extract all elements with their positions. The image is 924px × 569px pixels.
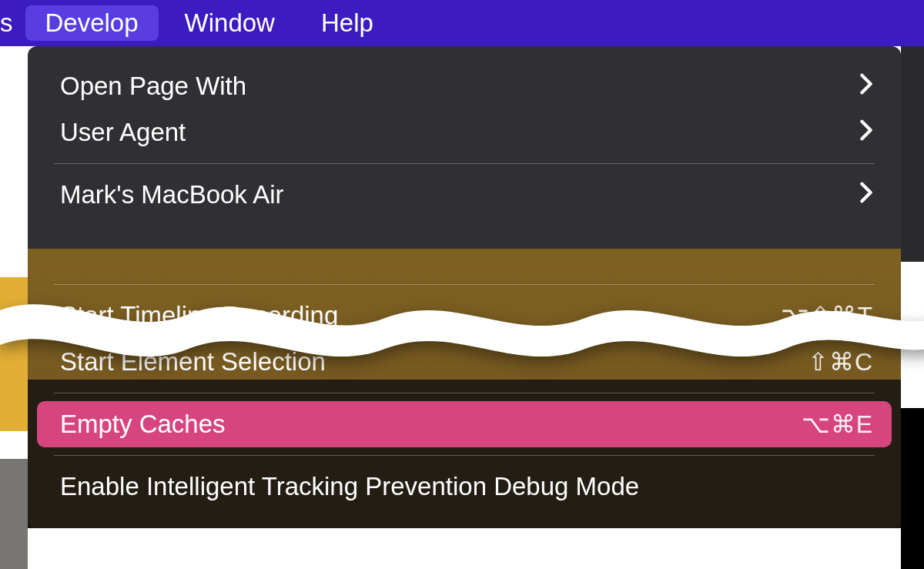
dropdown-bottom-panel: Start Timeline Recording ⌥⇧⌘T Start Elem… xyxy=(28,249,901,528)
menubar: s Develop Window Help xyxy=(0,0,924,46)
chevron-right-icon xyxy=(859,72,873,101)
menu-divider xyxy=(54,284,875,285)
menu-start-element-selection[interactable]: Start Element Selection ⇧⌘C xyxy=(28,339,901,385)
dropdown-top-panel: Open Page With User Agent Mark's MacBook… xyxy=(28,46,901,249)
menu-user-agent[interactable]: User Agent xyxy=(28,109,901,156)
chevron-right-icon xyxy=(859,118,873,147)
develop-dropdown: Open Page With User Agent Mark's MacBook… xyxy=(28,46,901,528)
menubar-partial-prev: s xyxy=(0,8,22,38)
menu-develop[interactable]: Develop xyxy=(25,5,159,41)
background-left-yellow xyxy=(0,277,28,431)
menu-item-shortcut: ⌥⇧⌘T xyxy=(781,301,873,330)
menu-enable-itp-debug[interactable]: Enable Intelligent Tracking Prevention D… xyxy=(28,464,901,510)
menu-item-label: Start Timeline Recording xyxy=(60,301,338,330)
menu-item-label: Enable Intelligent Tracking Prevention D… xyxy=(60,472,639,501)
menu-item-shortcut: ⇧⌘C xyxy=(808,347,873,377)
menu-item-label: Start Element Selection xyxy=(60,347,326,377)
menu-item-label: User Agent xyxy=(60,118,186,147)
menu-divider xyxy=(54,393,875,393)
chevron-right-icon xyxy=(859,180,873,209)
menu-empty-caches[interactable]: Empty Caches ⌥⌘E xyxy=(37,401,892,447)
dropdown-bottom-panel-wrap: Start Timeline Recording ⌥⇧⌘T Start Elem… xyxy=(28,249,901,528)
menu-item-label: Open Page With xyxy=(60,72,246,101)
menu-window[interactable]: Window xyxy=(165,5,295,41)
menu-item-label: Empty Caches xyxy=(60,410,226,439)
menu-device-macbook[interactable]: Mark's MacBook Air xyxy=(28,172,901,218)
menu-divider xyxy=(54,163,875,164)
background-right-black xyxy=(901,408,924,569)
menu-divider xyxy=(54,455,875,456)
background-right-strip xyxy=(901,46,924,262)
menu-help[interactable]: Help xyxy=(301,5,393,41)
menu-start-timeline-recording[interactable]: Start Timeline Recording ⌥⇧⌘T xyxy=(28,293,901,339)
menu-item-shortcut: ⌥⌘E xyxy=(802,410,873,439)
menu-open-page-with[interactable]: Open Page With xyxy=(28,63,901,109)
background-left-gray xyxy=(0,459,28,569)
menu-item-label: Mark's MacBook Air xyxy=(60,180,284,209)
